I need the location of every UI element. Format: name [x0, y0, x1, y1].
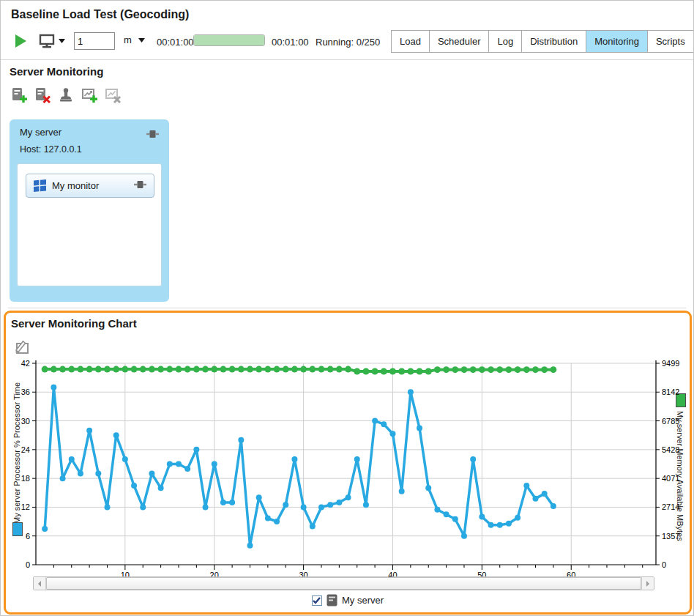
series-point: [265, 515, 271, 521]
series-point: [318, 366, 324, 373]
series-point: [60, 475, 66, 481]
series-point: [300, 366, 307, 373]
series-point: [131, 366, 138, 373]
series-point: [238, 437, 244, 443]
tab-scheduler[interactable]: Scheduler: [429, 30, 490, 53]
stamp-icon: [58, 87, 74, 103]
series-point: [434, 366, 441, 373]
series-point: [345, 366, 351, 373]
remove-chart-button[interactable]: [105, 87, 121, 103]
server-card[interactable]: My server Host: 127.0.0.1 My moni: [10, 119, 169, 302]
series-point: [255, 366, 262, 373]
series-point: [42, 366, 48, 373]
running-counter: Running: 0/250: [316, 37, 380, 48]
series-point: [247, 366, 253, 373]
add-chart-button[interactable]: [81, 87, 97, 103]
tab-monitoring[interactable]: Monitoring: [586, 30, 648, 53]
series-point: [68, 366, 75, 373]
edit-chart-button[interactable]: [14, 339, 30, 355]
left-tick-label: 24: [21, 445, 30, 454]
tab-scripts[interactable]: Scripts: [647, 30, 694, 53]
series-point: [184, 366, 191, 373]
series-point: [131, 483, 137, 489]
series-point: [318, 504, 324, 510]
series-point: [452, 516, 458, 522]
series-point: [523, 483, 529, 489]
x-tick-label: 20: [210, 571, 219, 576]
series-point: [291, 456, 297, 462]
series-point: [362, 368, 369, 374]
series-line-1: [45, 369, 553, 371]
scrollbar-thumb[interactable]: [46, 577, 641, 590]
series-point: [167, 461, 173, 467]
remove-server-button[interactable]: [34, 87, 51, 103]
series-point: [283, 502, 288, 508]
series-point: [479, 366, 485, 373]
series-point: [407, 368, 414, 374]
play-button[interactable]: [14, 34, 27, 48]
right-tick-label: 2714: [662, 502, 679, 511]
chart-section: Server Monitoring Chart My server Proces…: [4, 311, 692, 615]
series-point: [363, 502, 369, 508]
series-point: [551, 503, 556, 509]
series-point: [505, 366, 512, 373]
monitor-label: My monitor: [52, 180, 128, 191]
left-tick-label: 36: [21, 387, 30, 396]
tab-log[interactable]: Log: [488, 30, 522, 53]
series-point: [229, 500, 235, 505]
scroll-left-button[interactable]: [34, 577, 46, 590]
chart-scrollbar[interactable]: [33, 576, 654, 590]
tab-distribution[interactable]: Distribution: [521, 30, 586, 53]
server-visibility-checkbox[interactable]: [312, 595, 322, 606]
series-point: [193, 447, 199, 453]
unit-dropdown[interactable]: m: [124, 34, 145, 45]
scroll-right-button[interactable]: [641, 577, 654, 590]
series-point: [381, 368, 387, 374]
series-point: [42, 526, 48, 532]
series-point: [408, 389, 414, 395]
add-chart-icon: [81, 87, 97, 103]
series-point: [425, 485, 431, 491]
series-point: [247, 543, 253, 549]
series-point: [444, 511, 449, 517]
tab-load[interactable]: Load: [391, 30, 430, 53]
section-separator: [8, 308, 686, 308]
series-point: [86, 428, 92, 434]
series-point: [122, 456, 128, 462]
series-point: [425, 368, 432, 374]
left-tick-label: 12: [21, 502, 30, 511]
series-point: [203, 504, 209, 510]
x-tick-label: 10: [121, 571, 130, 576]
series-point: [460, 366, 467, 373]
series-point: [301, 504, 307, 510]
monitor-dropdown-button[interactable]: [39, 34, 65, 48]
x-tick-label: 30: [299, 571, 307, 576]
series-point: [346, 494, 351, 500]
left-tick-label: 0: [26, 560, 30, 569]
series-point: [176, 461, 182, 467]
progress-bar: [193, 34, 265, 46]
series-point: [274, 519, 280, 524]
series-point: [95, 366, 102, 373]
series-point: [443, 366, 449, 373]
series-point: [78, 471, 83, 477]
monitor-chip[interactable]: My monitor: [26, 174, 154, 198]
series-point: [398, 368, 405, 374]
stamp-agent-button[interactable]: [58, 87, 74, 103]
series-point: [51, 366, 57, 373]
series-point: [274, 366, 280, 373]
series-point: [157, 366, 164, 373]
iterations-input[interactable]: [74, 32, 115, 50]
series-line-0: [45, 387, 553, 546]
add-server-button[interactable]: [11, 87, 27, 103]
series-point: [77, 366, 83, 373]
series-point: [122, 366, 128, 373]
series-point: [461, 533, 467, 539]
series-point: [372, 418, 378, 424]
series-point: [523, 366, 530, 373]
series-point: [327, 502, 333, 508]
series-point: [327, 366, 334, 373]
remove-chart-icon: [105, 87, 121, 103]
series-point: [104, 504, 110, 510]
series-point: [229, 366, 236, 373]
